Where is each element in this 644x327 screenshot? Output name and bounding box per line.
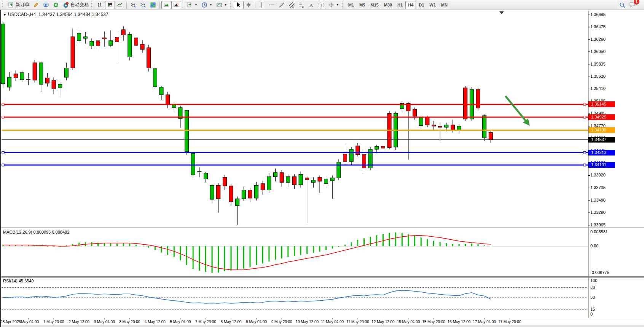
text-button[interactable]: A: [306, 1, 316, 9]
fibonacci-button[interactable]: F: [296, 1, 306, 9]
search-button[interactable]: [617, 1, 627, 9]
autotrading-button[interactable]: 自动交易: [61, 1, 91, 9]
trendline-button[interactable]: [277, 1, 287, 9]
time-axis-label: 3 May 04:00: [92, 320, 116, 324]
candlestick-icon: [107, 2, 113, 8]
tf-w1-button[interactable]: W1: [427, 1, 438, 9]
toolbar-grip[interactable]: [342, 2, 344, 8]
time-axis-label: 9 May 20:00: [269, 320, 294, 324]
price-level-tag: 1.34700: [588, 127, 615, 133]
tf-m5-button[interactable]: M5: [357, 1, 368, 9]
price-axis-tick: 1.33490: [590, 198, 606, 202]
cursor-icon: [236, 2, 242, 8]
notification-badge: 1: [633, 0, 640, 5]
price-axis-tick: 1.36685: [590, 12, 606, 17]
tf-m1-button[interactable]: M1: [346, 1, 357, 9]
window-left-border: [0, 10, 1, 327]
indicators-button[interactable]: ▼: [185, 1, 199, 9]
tf-m15-button[interactable]: M15: [368, 1, 381, 9]
price-level-tag: 1.34101: [588, 162, 615, 168]
tf-h4-button[interactable]: H4: [405, 1, 416, 9]
shapes-icon: [328, 2, 334, 8]
symbol-period-label: USDCAD-,H4: [8, 12, 36, 17]
alerts-icon: [33, 2, 39, 8]
label-button[interactable]: T: [316, 1, 326, 9]
rsi-axis-tick: 15: [590, 307, 595, 311]
window-bottom-bar: [0, 325, 644, 327]
periods-icon: [201, 2, 207, 8]
indicators-icon: [187, 2, 193, 8]
autoscroll-button[interactable]: [161, 1, 171, 9]
macd-axis-tick: 0.003581: [590, 229, 608, 234]
hline-icon: [269, 2, 275, 8]
community-icon: [43, 2, 49, 8]
chevron-down-icon: ▼: [224, 3, 227, 6]
cursor-button[interactable]: [234, 1, 244, 9]
vline-button[interactable]: [257, 1, 267, 9]
line-chart-icon: [117, 2, 123, 8]
time-axis-label: 17 May 20:00: [497, 320, 522, 324]
price-level-tag: 1.35145: [588, 101, 615, 107]
macd-axis-tick: -0.006775: [590, 270, 609, 275]
time-axis-label: 11 May 20:00: [346, 320, 370, 324]
svg-text:A: A: [309, 2, 313, 8]
tile-windows-button[interactable]: [148, 1, 158, 9]
zoom-in-icon: [130, 2, 136, 8]
chart-canvas[interactable]: [0, 0, 644, 327]
periods-button[interactable]: ▼: [199, 1, 214, 9]
toolbar-separator: [126, 2, 127, 8]
line-chart-button[interactable]: [115, 1, 125, 9]
shapes-button[interactable]: ▼: [326, 1, 341, 9]
time-axis-label: 9 May 04:00: [244, 320, 269, 324]
time-axis-label: 15 May 20:00: [422, 320, 446, 324]
text-icon: A: [308, 2, 314, 8]
time-axis-label: 1 May 20:00: [41, 320, 66, 324]
toolbar-separator: [183, 2, 183, 8]
autoscroll-icon: [163, 2, 169, 8]
price-axis-tick: 1.33705: [590, 185, 606, 190]
one-click-trading-icon[interactable]: ▼: [3, 13, 6, 17]
new-order-icon: [8, 2, 14, 8]
time-axis-label: 11 May 04:00: [320, 320, 344, 324]
price-axis-tick: 1.36050: [590, 49, 606, 54]
tf-m30-button[interactable]: M30: [381, 1, 395, 9]
hline-button[interactable]: [267, 1, 277, 9]
price-axis-tick: 1.35620: [590, 74, 606, 79]
alerts-button[interactable]: [31, 1, 41, 9]
label-icon: T: [318, 2, 324, 8]
toolbar-grip[interactable]: [230, 2, 232, 8]
toolbar-grip[interactable]: [2, 2, 4, 8]
channel-button[interactable]: E: [287, 1, 296, 9]
signals-button[interactable]: [51, 1, 61, 9]
toolbar-grip[interactable]: [91, 2, 93, 8]
vline-icon: [259, 2, 265, 8]
bar-chart-button[interactable]: [95, 1, 105, 9]
price-axis-tick: 1.33920: [590, 173, 606, 177]
candlestick-button[interactable]: [105, 1, 115, 9]
chevron-down-icon: ▼: [209, 3, 212, 6]
time-axis-label: 7 May 23:00: [193, 320, 218, 324]
mt4-window: 新订单 自动交易: [0, 0, 644, 327]
community-button[interactable]: [41, 1, 51, 9]
templates-button[interactable]: ▼: [214, 1, 229, 9]
tf-h1-button[interactable]: H1: [395, 1, 405, 9]
signals-icon: [53, 2, 59, 8]
macd-label: MACD(12,26,9) 0.000095 0.000482: [3, 230, 69, 234]
zoom-in-button[interactable]: [128, 1, 138, 9]
price-level-tag: 1.34537: [588, 137, 615, 143]
price-axis-tick: 1.35410: [590, 86, 606, 91]
time-axis-label: 5 May 04:00: [168, 320, 193, 324]
rsi-label: RSI(14) 45.6549: [3, 279, 34, 283]
tf-d1-button[interactable]: D1: [416, 1, 427, 9]
price-axis-tick: 1.33065: [590, 223, 606, 227]
crosshair-button[interactable]: [244, 1, 253, 9]
toolbar: 新订单 自动交易: [0, 0, 644, 10]
channel-icon: E: [289, 2, 295, 8]
time-axis-label: 1 May 04:00: [16, 320, 41, 324]
price-axis-tick: 1.35835: [590, 62, 606, 66]
new-order-label: 新订单: [16, 2, 29, 8]
zoom-out-button[interactable]: [138, 1, 148, 9]
new-order-button[interactable]: 新订单: [6, 1, 31, 9]
tf-mn-button[interactable]: MN: [438, 1, 450, 9]
chart-shift-button[interactable]: [171, 1, 181, 9]
